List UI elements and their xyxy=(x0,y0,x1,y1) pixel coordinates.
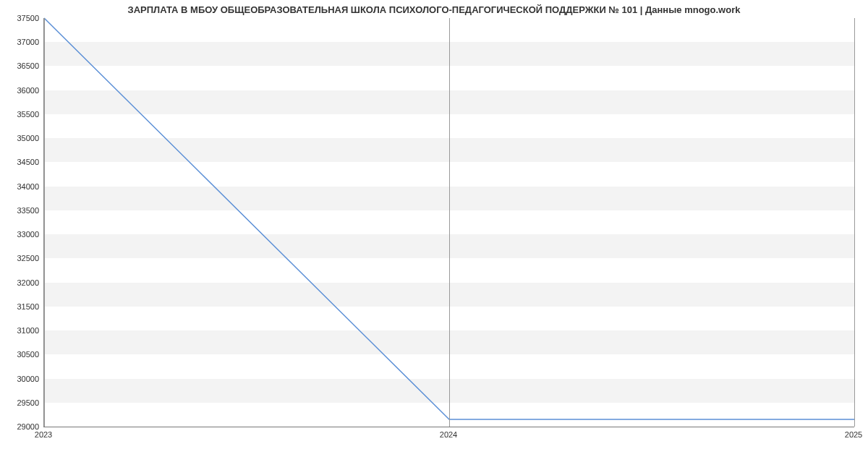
y-tick-label: 31000 xyxy=(17,326,39,335)
y-tick-label: 34500 xyxy=(17,158,39,166)
y-tick-label: 31500 xyxy=(17,302,39,311)
y-tick-label: 29500 xyxy=(17,398,39,407)
chart-title: ЗАРПЛАТА В МБОУ ОБЩЕОБРАЗОВАТЕЛЬНАЯ ШКОЛ… xyxy=(0,4,868,15)
y-tick-label: 30500 xyxy=(17,350,39,359)
y-tick-label: 34000 xyxy=(17,182,39,191)
x-tick-label: 2025 xyxy=(845,430,862,439)
y-tick-label: 32000 xyxy=(17,278,39,287)
x-gridline xyxy=(854,18,855,427)
y-tick-label: 36500 xyxy=(17,61,39,70)
y-tick-label: 37000 xyxy=(17,38,39,46)
x-gridline xyxy=(44,18,45,427)
chart-container: ЗАРПЛАТА В МБОУ ОБЩЕОБРАЗОВАТЕЛЬНАЯ ШКОЛ… xyxy=(0,0,868,470)
plot-area xyxy=(43,18,854,427)
y-tick-label: 33500 xyxy=(17,206,39,215)
y-tick-label: 33000 xyxy=(17,230,39,239)
y-tick-label: 36000 xyxy=(17,86,39,95)
x-tick-label: 2023 xyxy=(35,430,52,439)
x-gridline xyxy=(449,18,450,427)
y-tick-label: 30000 xyxy=(17,375,39,383)
y-tick-label: 32500 xyxy=(17,254,39,262)
x-tick-label: 2024 xyxy=(440,430,457,439)
y-tick-label: 35500 xyxy=(17,110,39,119)
y-tick-label: 35000 xyxy=(17,134,39,142)
y-tick-label: 37500 xyxy=(17,14,39,22)
